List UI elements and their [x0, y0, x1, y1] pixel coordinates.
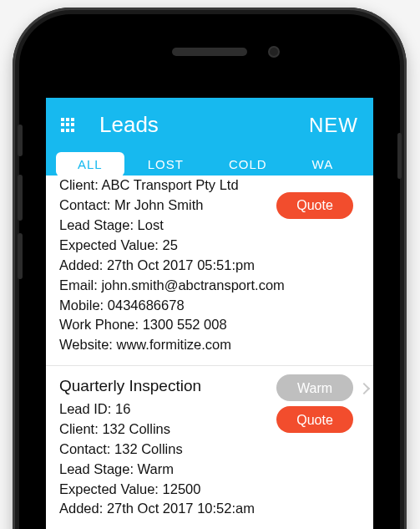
- phone-frame: Leads NEW ALL LOST COLD WA Quote Client:…: [13, 8, 407, 529]
- app-screen: Leads NEW ALL LOST COLD WA Quote Client:…: [46, 98, 373, 529]
- page-title: Leads: [99, 112, 309, 138]
- lead-website: Website: www.formitize.com: [59, 335, 360, 355]
- quote-button[interactable]: Quote: [276, 192, 353, 219]
- volume-down: [18, 233, 23, 279]
- phone-bezel: Leads NEW ALL LOST COLD WA Quote Client:…: [19, 14, 400, 529]
- power-button: [397, 133, 402, 179]
- app-header: Leads NEW: [46, 98, 373, 152]
- lead-mobile: Mobile: 0434686678: [59, 296, 360, 316]
- volume-up: [18, 175, 23, 221]
- new-button[interactable]: NEW: [309, 114, 358, 137]
- lead-added: Added: 27th Oct 2017 05:51:pm: [59, 256, 360, 276]
- mute-switch: [18, 125, 23, 156]
- tab-lost[interactable]: LOST: [126, 152, 205, 176]
- front-camera: [268, 46, 280, 58]
- lead-item[interactable]: Warm Quote Quarterly Inspection Lead ID:…: [46, 366, 373, 529]
- quote-button[interactable]: Quote: [276, 406, 353, 433]
- warm-pill[interactable]: Warm: [276, 374, 353, 401]
- tab-all[interactable]: ALL: [56, 152, 124, 176]
- lead-email: Email: john.smith@abctransport.com: [59, 276, 360, 296]
- lead-item[interactable]: Quote Client: ABC Transport Pty Ltd Cont…: [46, 175, 373, 366]
- tab-warm[interactable]: WA: [291, 152, 356, 176]
- lead-expected: Expected Value: 25: [59, 236, 360, 256]
- speaker-slot: [172, 48, 247, 56]
- tab-cold[interactable]: COLD: [207, 152, 289, 176]
- lead-contact: Contact: 132 Collins: [59, 440, 360, 460]
- lead-expected: Expected Value: 12500: [59, 480, 360, 500]
- lead-added: Added: 27th Oct 2017 10:52:am: [59, 499, 360, 519]
- lead-list: Quote Client: ABC Transport Pty Ltd Cont…: [46, 175, 373, 529]
- lead-stage: Lead Stage: Warm: [59, 460, 360, 480]
- chevron-right-icon: [358, 383, 370, 394]
- menu-grid-icon[interactable]: [61, 118, 76, 133]
- lead-work: Work Phone: 1300 552 008: [59, 315, 360, 335]
